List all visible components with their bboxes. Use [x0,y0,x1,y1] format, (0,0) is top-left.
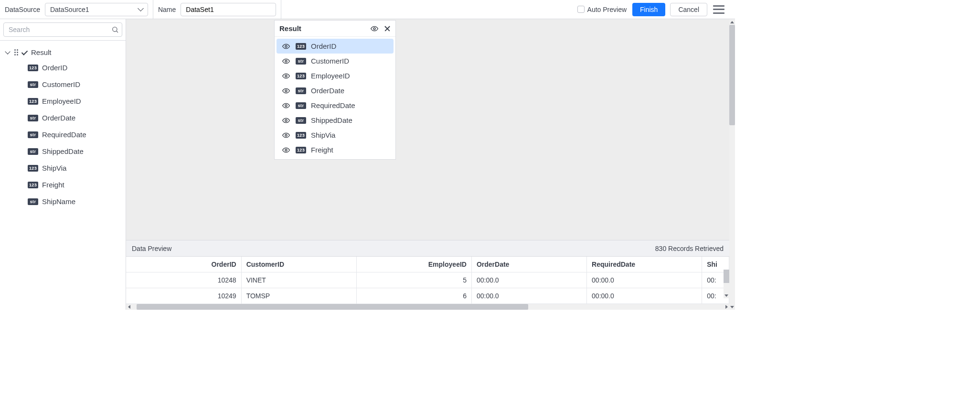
tree-root-result[interactable]: Result [0,45,126,59]
chevron-down-icon [138,6,143,13]
field-label: ShipVia [42,164,66,172]
table-row[interactable]: 10249TOMSP600:00.000:00.000: [126,288,729,304]
string-type-icon: str [296,58,306,65]
data-preview-panel: Data Preview 830 Records Retrieved Order… [126,240,729,310]
preview-horizontal-scrollbar[interactable] [126,304,729,310]
tree-field-orderid[interactable]: 123OrderID [23,59,126,76]
result-field-customerid[interactable]: strCustomerID [277,54,394,68]
result-field-orderdate[interactable]: strOrderDate [277,83,394,98]
close-icon[interactable] [384,25,391,32]
search-input[interactable] [4,26,111,33]
result-field-shippeddate[interactable]: strShippedDate [277,113,394,128]
field-label: OrderDate [311,87,344,95]
field-label: EmployeeID [42,97,81,105]
string-type-icon: str [28,115,38,121]
svg-point-3 [285,45,287,47]
field-label: OrderID [42,64,67,72]
eye-icon[interactable] [370,25,379,33]
cell: 10249 [126,288,241,304]
column-header-employeeid[interactable]: EmployeeID [356,257,471,272]
result-field-requireddate[interactable]: strRequiredDate [277,98,394,113]
field-label: Freight [42,181,64,189]
svg-line-1 [117,31,118,33]
drag-handle-icon[interactable] [14,49,18,55]
result-field-freight[interactable]: 123Freight [277,142,394,157]
string-type-icon: str [296,87,306,94]
string-type-icon: str [28,198,38,205]
svg-point-7 [285,105,287,107]
column-header-orderdate[interactable]: OrderDate [471,257,586,272]
cell: 00:00.0 [587,288,702,304]
cell: 00:00.0 [471,272,586,288]
number-type-icon: 123 [296,132,306,139]
tree-field-freight[interactable]: 123Freight [23,176,126,193]
field-label: CustomerID [42,80,80,88]
field-label: ShippedDate [311,116,352,124]
cell: TOMSP [241,288,356,304]
datasource-section: DataSource DataSource1 [0,0,153,19]
number-type-icon: 123 [28,98,38,105]
svg-point-10 [285,149,287,151]
result-field-employeeid[interactable]: 123EmployeeID [277,68,394,83]
field-label: ShipName [42,197,75,206]
tree-field-employeeid[interactable]: 123EmployeeID [23,93,126,109]
result-field-shipvia[interactable]: 123ShipVia [277,128,394,142]
svg-point-0 [113,27,117,32]
cell: VINET [241,272,356,288]
field-label: ShipVia [311,131,335,139]
field-label: OrderID [311,42,336,50]
svg-point-2 [373,28,375,30]
string-type-icon: str [296,117,306,124]
datasource-label: DataSource [5,6,40,13]
eye-icon[interactable] [281,87,291,95]
tree-field-shippeddate[interactable]: strShippedDate [23,143,126,160]
search-input-wrap [3,22,122,37]
tree-field-shipvia[interactable]: 123ShipVia [23,160,126,176]
string-type-icon: str [28,131,38,138]
dataset-name-input[interactable] [181,3,276,16]
tree-field-orderdate[interactable]: strOrderDate [23,109,126,126]
number-type-icon: 123 [28,65,38,71]
eye-icon[interactable] [281,146,291,154]
caret-down-icon[interactable] [6,48,11,56]
tree-field-requireddate[interactable]: strRequiredDate [23,126,126,143]
eye-icon[interactable] [281,43,291,50]
table-row[interactable]: 10248VINET500:00.000:00.000: [126,272,729,288]
cell: 6 [356,288,471,304]
field-label: RequiredDate [42,130,86,139]
preview-vertical-scrollbar[interactable] [724,270,729,298]
eye-icon[interactable] [281,117,291,124]
column-header-requireddate[interactable]: RequiredDate [587,257,702,272]
number-type-icon: 123 [28,182,38,188]
datasource-dropdown[interactable]: DataSource1 [45,3,148,16]
column-header-customerid[interactable]: CustomerID [241,257,356,272]
datasource-value: DataSource1 [50,6,89,13]
search-icon[interactable] [111,26,119,33]
cancel-button[interactable]: Cancel [670,3,707,16]
check-icon [22,48,28,56]
svg-point-6 [285,90,287,92]
finish-button[interactable]: Finish [632,3,665,16]
preview-table: OrderIDCustomerIDEmployeeIDOrderDateRequ… [126,257,729,304]
tree-field-shipname[interactable]: strShipName [23,193,126,210]
field-label: RequiredDate [311,101,355,109]
field-label: CustomerID [311,57,349,65]
field-label: ShippedDate [42,147,84,155]
design-canvas: Result 123OrderIDstrCustomerID123Employe… [126,19,735,310]
eye-icon[interactable] [281,102,291,109]
top-toolbar: DataSource DataSource1 Name Auto Preview… [0,0,735,19]
result-field-orderid[interactable]: 123OrderID [277,39,394,54]
number-type-icon: 123 [296,43,306,50]
svg-point-9 [285,134,287,136]
eye-icon[interactable] [281,57,291,65]
records-retrieved-label: 830 Records Retrieved [655,245,724,252]
column-header-orderid[interactable]: OrderID [126,257,241,272]
eye-icon[interactable] [281,131,291,139]
tree-field-customerid[interactable]: strCustomerID [23,76,126,93]
auto-preview-checkbox[interactable] [577,6,585,13]
name-section: Name [153,0,281,19]
tree-root-label: Result [31,48,52,56]
eye-icon[interactable] [281,72,291,80]
menu-icon[interactable] [713,5,724,14]
canvas-vertical-scrollbar[interactable] [729,19,735,310]
